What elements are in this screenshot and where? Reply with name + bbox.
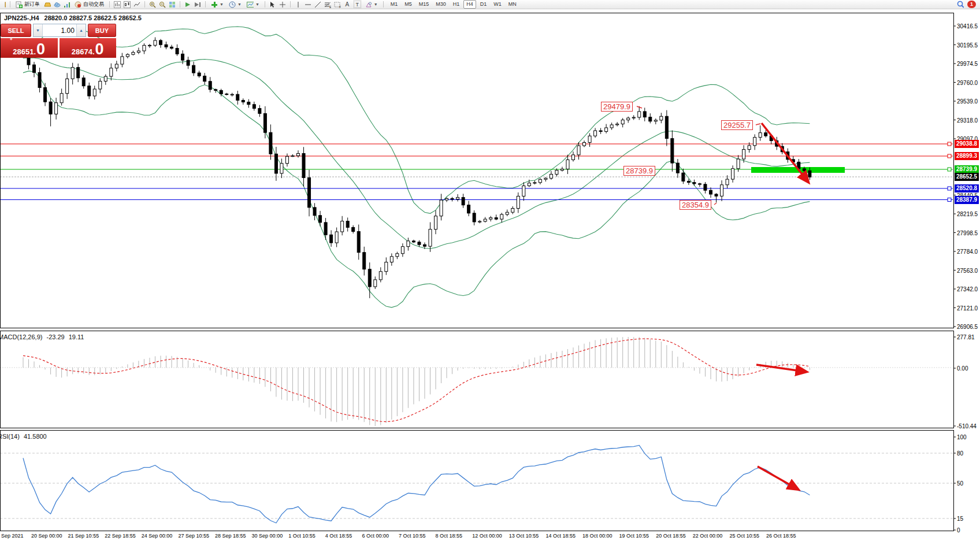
svg-text:E: E: [329, 5, 331, 8]
horizontal-line-tool-icon[interactable]: [305, 1, 311, 8]
price-badge: 28739.9: [955, 165, 979, 173]
zoom-in-icon[interactable]: [149, 1, 156, 8]
notification-badge[interactable]: 1: [967, 1, 976, 8]
cursor-icon[interactable]: [269, 1, 276, 8]
spread-marker-icon: ◆: [10, 36, 13, 40]
shapes-tool-button[interactable]: ▼: [364, 1, 379, 9]
indicators-plus-icon: [211, 1, 218, 8]
toolbar-separator: [265, 1, 265, 8]
tile-windows-icon[interactable]: [169, 1, 176, 8]
timeframe-button-h1[interactable]: H1: [450, 0, 463, 9]
rsi-label: RSI(14) 41.5800: [0, 433, 47, 440]
volume-increase-button[interactable]: ▲: [76, 24, 86, 36]
autotrading-icon: [75, 1, 81, 8]
timeframe-group: M1M5M15M30H1H4D1W1MN: [388, 0, 519, 9]
ohlc-values: 28820.0 28827.5 28622.5 28652.5: [44, 14, 142, 21]
volume-decrease-button[interactable]: ▼: [34, 24, 43, 36]
text-tool-icon[interactable]: A: [344, 1, 351, 8]
chart-window-title: JPN225-,H4 28820.0 28827.5 28622.5 28652…: [4, 14, 142, 21]
sell-price-display[interactable]: 28651. 0: [1, 38, 58, 58]
timeframe-button-m5[interactable]: M5: [402, 0, 415, 9]
timeframe-button-h4[interactable]: H4: [463, 0, 476, 9]
zoom-out-icon[interactable]: [159, 1, 166, 8]
text-label-tool-icon[interactable]: T: [354, 1, 361, 8]
toolbar-right-group: 1: [957, 1, 976, 8]
timeframe-button-m1[interactable]: M1: [388, 0, 401, 9]
main-toolbar: 新订单 自动交易 ▼: [0, 0, 980, 9]
autotrading-button[interactable]: 自动交易: [73, 1, 105, 9]
bar-chart-icon[interactable]: [114, 1, 121, 8]
sell-price-big-digit: 0: [36, 42, 45, 57]
toolbar-separator: [383, 1, 384, 8]
one-click-trade-panel: SELL ▼ ▲ BUY ◆ 28651. 0 28674. 0: [1, 24, 116, 58]
search-icon[interactable]: [957, 1, 964, 8]
chevron-down-icon: ▼: [374, 2, 378, 8]
svg-text:F: F: [339, 5, 341, 8]
macd-label: MACD(12,26,9) -23.29 19.11: [0, 334, 84, 340]
macd-main-value: -23.29: [46, 334, 64, 340]
chart-canvas[interactable]: [0, 0, 980, 541]
macd-signal-value: 19.11: [69, 334, 84, 340]
new-order-icon: [16, 1, 23, 8]
price-annotation[interactable]: 29255.7: [721, 120, 753, 130]
pane-border: [1, 331, 954, 428]
symbol-period-label: JPN225-,H4: [4, 14, 39, 21]
candlestick-chart-icon[interactable]: [124, 1, 131, 8]
toolbar-separator: [205, 1, 206, 8]
buy-price-big-digit: 0: [95, 42, 104, 57]
toolbar-separator: [290, 1, 291, 8]
shapes-icon: [365, 1, 372, 8]
templates-button[interactable]: ▼: [246, 1, 261, 9]
price-annotation[interactable]: 28739.9: [623, 166, 655, 176]
chevron-down-icon: ▼: [220, 2, 224, 8]
buy-button[interactable]: BUY: [88, 24, 116, 37]
price-annotation[interactable]: 29479.9: [601, 102, 633, 112]
cloud-icon[interactable]: [54, 1, 61, 8]
chevron-down-icon: ▼: [237, 2, 242, 8]
sell-price-main: 28651.: [13, 47, 36, 57]
autotrading-label: 自动交易: [83, 1, 104, 8]
buy-price-display[interactable]: 28674. 0: [60, 38, 117, 58]
volume-input[interactable]: [43, 24, 76, 36]
chevron-down-icon: ▼: [255, 2, 259, 8]
timeframe-button-d1[interactable]: D1: [477, 0, 490, 9]
fibonacci-tool-icon[interactable]: E: [324, 1, 331, 8]
toolbar-separator: [144, 1, 145, 8]
toolbar-separator: [10, 1, 10, 8]
pane-border: [1, 431, 954, 531]
buy-price-main: 28674.: [72, 47, 95, 57]
timeframe-button-m30[interactable]: M30: [433, 0, 449, 9]
price-badge: 28520.8: [955, 184, 979, 192]
timeframe-button-mn[interactable]: MN: [506, 0, 519, 9]
clock-icon: [229, 1, 236, 8]
periods-button[interactable]: ▼: [228, 1, 243, 9]
indicators-button[interactable]: ▼: [210, 1, 225, 9]
template-chart-icon: [247, 1, 254, 8]
clipped-toolbar-icon[interactable]: [2, 1, 6, 8]
channel-tool-icon[interactable]: F: [334, 1, 341, 8]
toolbar-separator: [180, 1, 180, 8]
line-chart-icon[interactable]: [133, 1, 140, 8]
signal-icon[interactable]: [64, 1, 70, 8]
price-badge: 28899.3: [955, 152, 979, 160]
timeframe-button-m15[interactable]: M15: [416, 0, 432, 9]
trading-terminal: { "toolbar": { "new_order_label": "新订单",…: [0, 0, 980, 541]
autoscroll-icon[interactable]: [184, 1, 191, 8]
trendline-tool-icon[interactable]: [314, 1, 321, 8]
timeframe-button-w1[interactable]: W1: [491, 0, 504, 9]
volume-stepper: ▼ ▲: [33, 24, 86, 37]
rsi-value: 41.5800: [24, 433, 47, 440]
price-badge: 28652.5: [955, 173, 979, 181]
sell-button[interactable]: SELL: [1, 24, 31, 37]
gold-ingot-icon[interactable]: [44, 1, 51, 8]
crosshair-icon[interactable]: [279, 1, 286, 8]
chart-shift-icon[interactable]: [194, 1, 201, 8]
vertical-line-tool-icon[interactable]: [295, 1, 302, 8]
toolbar-separator: [109, 1, 110, 8]
price-annotation[interactable]: 28354.9: [680, 200, 711, 210]
new-order-label: 新订单: [24, 1, 40, 8]
price-badge: 28387.9: [955, 196, 979, 204]
new-order-button[interactable]: 新订单: [14, 1, 41, 9]
price-badge: 29038.8: [955, 140, 979, 148]
